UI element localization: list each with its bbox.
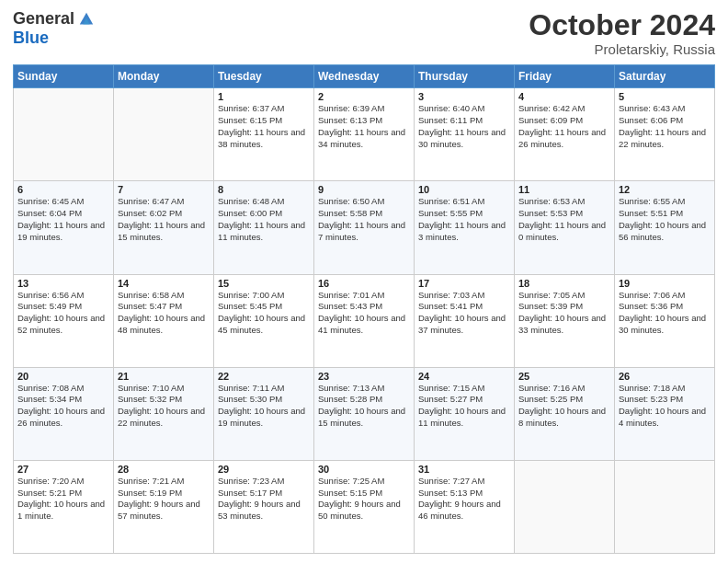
cell-info: Sunrise: 7:20 AMSunset: 5:21 PMDaylight:… xyxy=(17,476,109,523)
cell-info-line: Daylight: 10 hours and 30 minutes. xyxy=(619,313,706,335)
cell-info: Sunrise: 6:51 AMSunset: 5:55 PMDaylight:… xyxy=(418,196,510,243)
cell-info: Sunrise: 7:05 AMSunset: 5:39 PMDaylight:… xyxy=(518,290,610,337)
cell-info-line: Daylight: 9 hours and 50 minutes. xyxy=(318,499,401,521)
cell-info: Sunrise: 6:50 AMSunset: 5:58 PMDaylight:… xyxy=(318,196,410,243)
cell-info-line: Daylight: 10 hours and 22 minutes. xyxy=(118,406,205,428)
cell-info: Sunrise: 7:00 AMSunset: 5:45 PMDaylight:… xyxy=(218,290,310,337)
day-header-monday: Monday xyxy=(114,65,214,88)
cell-info-line: Daylight: 10 hours and 33 minutes. xyxy=(518,313,606,335)
cell-info-line: Sunset: 5:28 PM xyxy=(318,394,382,404)
cell-info: Sunrise: 6:48 AMSunset: 6:00 PMDaylight:… xyxy=(218,196,310,243)
calendar-week-row: 20Sunrise: 7:08 AMSunset: 5:34 PMDayligh… xyxy=(14,367,715,460)
cell-info: Sunrise: 7:11 AMSunset: 5:30 PMDaylight:… xyxy=(218,383,310,430)
calendar-cell: 26Sunrise: 7:18 AMSunset: 5:23 PMDayligh… xyxy=(615,367,715,460)
calendar-cell: 2Sunrise: 6:39 AMSunset: 6:13 PMDaylight… xyxy=(314,88,415,181)
cell-info-line: Daylight: 10 hours and 15 minutes. xyxy=(318,406,405,428)
cell-info-line: Sunrise: 7:10 AM xyxy=(118,383,184,393)
cell-info-line: Sunrise: 6:45 AM xyxy=(17,196,84,206)
cell-info: Sunrise: 7:18 AMSunset: 5:23 PMDaylight:… xyxy=(619,383,711,430)
logo-general-text: General xyxy=(13,9,74,29)
day-header-tuesday: Tuesday xyxy=(214,65,314,88)
day-number: 19 xyxy=(619,278,711,289)
cell-info: Sunrise: 6:53 AMSunset: 5:53 PMDaylight:… xyxy=(518,196,610,243)
day-number: 13 xyxy=(17,278,109,289)
cell-info-line: Sunrise: 7:11 AM xyxy=(218,383,284,393)
cell-info-line: Sunrise: 7:27 AM xyxy=(418,476,484,486)
day-number: 3 xyxy=(418,91,510,102)
cell-info-line: Sunrise: 6:42 AM xyxy=(518,103,585,113)
cell-info-line: Daylight: 10 hours and 8 minutes. xyxy=(518,406,606,428)
day-number: 14 xyxy=(118,278,210,289)
calendar-cell: 22Sunrise: 7:11 AMSunset: 5:30 PMDayligh… xyxy=(214,367,314,460)
cell-info-line: Sunset: 5:41 PM xyxy=(418,301,483,311)
cell-info-line: Daylight: 11 hours and 19 minutes. xyxy=(17,220,105,242)
cell-info: Sunrise: 6:37 AMSunset: 6:15 PMDaylight:… xyxy=(218,103,310,150)
cell-info-line: Daylight: 11 hours and 15 minutes. xyxy=(118,220,205,242)
cell-info-line: Sunrise: 7:13 AM xyxy=(318,383,384,393)
day-number: 17 xyxy=(418,278,510,289)
cell-info: Sunrise: 6:42 AMSunset: 6:09 PMDaylight:… xyxy=(518,103,610,150)
cell-info: Sunrise: 6:47 AMSunset: 6:02 PMDaylight:… xyxy=(118,196,210,243)
cell-info-line: Sunset: 6:04 PM xyxy=(17,208,82,218)
day-number: 10 xyxy=(418,184,510,195)
day-number: 24 xyxy=(418,371,510,382)
cell-info: Sunrise: 7:03 AMSunset: 5:41 PMDaylight:… xyxy=(418,290,510,337)
day-number: 26 xyxy=(619,371,711,382)
logo-icon xyxy=(78,11,95,28)
cell-info: Sunrise: 7:25 AMSunset: 5:15 PMDaylight:… xyxy=(318,476,410,523)
cell-info: Sunrise: 6:45 AMSunset: 6:04 PMDaylight:… xyxy=(17,196,109,243)
calendar-cell xyxy=(515,460,615,553)
cell-info-line: Daylight: 11 hours and 0 minutes. xyxy=(518,220,606,242)
cell-info-line: Sunset: 6:02 PM xyxy=(118,208,182,218)
cell-info-line: Daylight: 11 hours and 34 minutes. xyxy=(318,127,405,149)
calendar-cell: 31Sunrise: 7:27 AMSunset: 5:13 PMDayligh… xyxy=(415,460,515,553)
day-header-saturday: Saturday xyxy=(615,65,715,88)
cell-info-line: Daylight: 11 hours and 22 minutes. xyxy=(619,127,706,149)
cell-info: Sunrise: 7:01 AMSunset: 5:43 PMDaylight:… xyxy=(318,290,410,337)
location-subtitle: Proletarskiy, Russia xyxy=(529,41,715,57)
cell-info-line: Sunrise: 7:18 AM xyxy=(619,383,685,393)
calendar-cell: 19Sunrise: 7:06 AMSunset: 5:36 PMDayligh… xyxy=(615,274,715,367)
cell-info-line: Sunrise: 7:06 AM xyxy=(619,290,685,300)
day-header-friday: Friday xyxy=(515,65,615,88)
cell-info-line: Daylight: 10 hours and 11 minutes. xyxy=(418,406,506,428)
cell-info-line: Sunset: 5:25 PM xyxy=(518,394,583,404)
cell-info-line: Daylight: 11 hours and 26 minutes. xyxy=(518,127,606,149)
calendar-cell xyxy=(114,88,214,181)
cell-info-line: Sunrise: 7:23 AM xyxy=(218,476,284,486)
cell-info-line: Sunrise: 7:16 AM xyxy=(518,383,585,393)
calendar-table: SundayMondayTuesdayWednesdayThursdayFrid… xyxy=(13,64,715,554)
cell-info-line: Sunrise: 6:55 AM xyxy=(619,196,685,206)
cell-info-line: Sunset: 5:30 PM xyxy=(218,394,282,404)
calendar-cell: 28Sunrise: 7:21 AMSunset: 5:19 PMDayligh… xyxy=(114,460,214,553)
calendar-cell: 14Sunrise: 6:58 AMSunset: 5:47 PMDayligh… xyxy=(114,274,214,367)
cell-info: Sunrise: 7:21 AMSunset: 5:19 PMDaylight:… xyxy=(118,476,210,523)
cell-info: Sunrise: 6:56 AMSunset: 5:49 PMDaylight:… xyxy=(17,290,109,337)
calendar-cell: 15Sunrise: 7:00 AMSunset: 5:45 PMDayligh… xyxy=(214,274,314,367)
day-header-wednesday: Wednesday xyxy=(314,65,415,88)
cell-info-line: Sunset: 5:34 PM xyxy=(17,394,82,404)
cell-info-line: Sunrise: 7:21 AM xyxy=(118,476,184,486)
cell-info-line: Daylight: 10 hours and 48 minutes. xyxy=(118,313,205,335)
cell-info-line: Sunset: 6:06 PM xyxy=(619,115,683,125)
calendar-cell: 18Sunrise: 7:05 AMSunset: 5:39 PMDayligh… xyxy=(515,274,615,367)
cell-info-line: Sunrise: 6:47 AM xyxy=(118,196,184,206)
logo-blue-text: Blue xyxy=(13,29,49,48)
cell-info-line: Sunrise: 7:00 AM xyxy=(218,290,284,300)
cell-info-line: Daylight: 10 hours and 19 minutes. xyxy=(218,406,305,428)
calendar-cell: 3Sunrise: 6:40 AMSunset: 6:11 PMDaylight… xyxy=(415,88,515,181)
day-number: 6 xyxy=(17,184,109,195)
cell-info-line: Daylight: 11 hours and 30 minutes. xyxy=(418,127,506,149)
cell-info-line: Sunrise: 7:20 AM xyxy=(17,476,84,486)
cell-info: Sunrise: 7:06 AMSunset: 5:36 PMDaylight:… xyxy=(619,290,711,337)
cell-info-line: Sunset: 5:32 PM xyxy=(118,394,182,404)
cell-info-line: Sunset: 5:36 PM xyxy=(619,301,683,311)
calendar-cell: 8Sunrise: 6:48 AMSunset: 6:00 PMDaylight… xyxy=(214,181,314,274)
day-number: 8 xyxy=(218,184,310,195)
cell-info-line: Daylight: 10 hours and 45 minutes. xyxy=(218,313,305,335)
cell-info-line: Sunrise: 6:43 AM xyxy=(619,103,685,113)
day-number: 29 xyxy=(218,464,310,475)
day-number: 25 xyxy=(518,371,610,382)
calendar-cell: 21Sunrise: 7:10 AMSunset: 5:32 PMDayligh… xyxy=(114,367,214,460)
calendar-cell: 11Sunrise: 6:53 AMSunset: 5:53 PMDayligh… xyxy=(515,181,615,274)
